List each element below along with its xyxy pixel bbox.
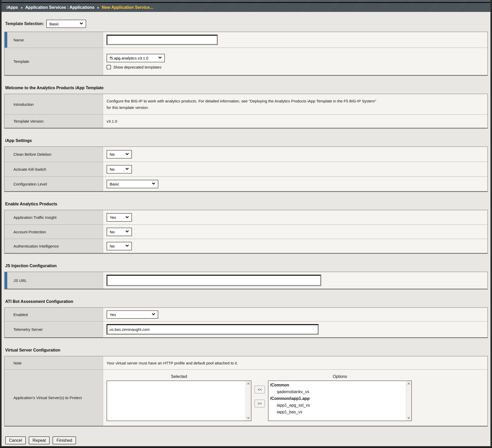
template-label-cell: Template: [5, 48, 103, 75]
template-selection-value: Basic: [49, 22, 59, 26]
scroll-up-icon[interactable]: [407, 382, 410, 384]
chevron-down-icon: [158, 55, 162, 59]
show-deprecated-row: Show deprecated templates: [107, 65, 484, 69]
finished-button[interactable]: Finished: [53, 436, 76, 444]
activate-kill-switch-select[interactable]: No: [107, 165, 132, 174]
introduction-value-cell: Configure the BIG-IP to work with analyt…: [103, 94, 487, 114]
selected-list-items: [107, 381, 245, 421]
authentication-intelligence-value-cell: No: [103, 239, 487, 253]
chevron-down-icon: [125, 152, 129, 155]
table-row-enabled: Enabled Yes: [5, 308, 487, 321]
application-traffic-insight-select[interactable]: Yes: [107, 213, 132, 222]
chevron-down-icon: [125, 215, 129, 218]
chevron-down-icon: [125, 243, 129, 247]
js-injection-heading: JS Injection Configuration: [5, 264, 489, 268]
account-protection-label: Account Protection: [13, 230, 46, 234]
selected-header: Selected: [107, 374, 251, 380]
footer-actions: Cancel Repeat Finished: [5, 436, 489, 448]
js-url-input[interactable]: [107, 275, 321, 286]
application-traffic-insight-value-cell: Yes: [103, 210, 487, 225]
page: iApps » Application Services : Applicati…: [0, 0, 492, 448]
breadcrumb-section[interactable]: Application Services : Applications: [25, 5, 94, 10]
list-item[interactable]: /Common/iapp1.app: [269, 395, 406, 402]
list-item[interactable]: qademobankv_vs: [269, 389, 406, 395]
clean-before-deletion-label-cell: Clean Before Deletion: [5, 147, 103, 162]
scroll-down-icon[interactable]: [407, 417, 410, 419]
ati-bot-table: Enabled Yes Telemetry Server: [4, 307, 488, 338]
clean-before-deletion-value-cell: No: [103, 147, 487, 162]
note-label: Note: [13, 361, 22, 365]
chevron-down-icon: [80, 21, 83, 25]
configuration-level-select[interactable]: Basic: [107, 180, 158, 188]
authentication-intelligence-value: No: [110, 244, 115, 248]
required-indicator-bar: [5, 272, 7, 289]
template-selection-row: Template Selection: Basic: [5, 20, 489, 28]
name-template-table: Name Template f5.apg.analytics.v3.1.0: [4, 32, 488, 76]
welcome-table: Introduction Configure the BIG-IP to wor…: [4, 94, 488, 129]
table-row-authentication-intelligence: Authentication Intelligence No: [5, 239, 487, 253]
options-header: Options: [268, 374, 412, 380]
template-version-label-cell: Template Version:: [5, 115, 103, 128]
scroll-down-icon[interactable]: [247, 417, 250, 419]
clean-before-deletion-select[interactable]: No: [107, 150, 132, 159]
selected-listbox[interactable]: [107, 380, 251, 421]
list-item[interactable]: iapp1_bas_vs: [269, 409, 406, 415]
move-to-options-button[interactable]: >>: [255, 400, 265, 407]
show-deprecated-checkbox[interactable]: [107, 65, 111, 69]
virtual-servers-label: Application's Virtual Server(s) to Prote…: [13, 395, 82, 400]
template-select-value: f5.apg.analytics.v3.1.0: [110, 56, 148, 60]
dual-listbox: Selected << >>: [107, 374, 484, 421]
template-value-cell: f5.apg.analytics.v3.1.0 Show deprecated …: [103, 48, 487, 75]
authentication-intelligence-label-cell: Authentication Intelligence: [5, 239, 103, 253]
iapp-settings-table: Clean Before Deletion No Activate Kill-S…: [4, 146, 488, 192]
virtual-servers-value-cell: Selected << >>: [103, 370, 487, 426]
name-label-cell: Name: [5, 32, 103, 48]
breadcrumb-separator-icon: »: [20, 5, 23, 10]
cancel-button[interactable]: Cancel: [5, 436, 26, 444]
show-deprecated-label: Show deprecated templates: [113, 65, 161, 69]
note-text: Your virtual server must have an HTTP pr…: [107, 360, 484, 366]
repeat-button[interactable]: Repeat: [29, 436, 50, 444]
telemetry-server-input[interactable]: [107, 324, 319, 335]
account-protection-select[interactable]: No: [107, 228, 132, 236]
authentication-intelligence-select[interactable]: No: [107, 242, 132, 250]
breadcrumb: iApps » Application Services : Applicati…: [2, 3, 490, 12]
breadcrumb-root[interactable]: iApps: [6, 5, 18, 10]
template-selection-select[interactable]: Basic: [46, 20, 86, 28]
telemetry-server-label-cell: Telemetry Server: [5, 322, 103, 337]
table-row-clean-before-deletion: Clean Before Deletion No: [5, 147, 487, 162]
authentication-intelligence-label: Authentication Intelligence: [13, 244, 59, 248]
table-row-configuration-level: Configuration Level Basic: [5, 176, 487, 191]
configuration-level-label-cell: Configuration Level: [5, 177, 103, 191]
template-label: Template: [13, 59, 29, 64]
name-input[interactable]: [107, 35, 218, 45]
welcome-heading: Welcome to the Analytics Products iApp T…: [5, 86, 489, 90]
options-list-items: /Common qademobankv_vs /Common/iapp1.app…: [269, 381, 406, 421]
js-url-label-cell: JS URL: [5, 272, 103, 289]
enabled-label-cell: Enabled: [5, 308, 103, 321]
template-version-label: Template Version:: [13, 119, 44, 123]
enabled-select[interactable]: Yes: [107, 310, 158, 319]
configuration-level-value: Basic: [110, 182, 119, 186]
iapp-settings-heading: iApp Settings: [5, 138, 489, 143]
note-value-cell: Your virtual server must have an HTTP pr…: [103, 356, 487, 369]
table-row-template: Template f5.apg.analytics.v3.1.0 Show de…: [5, 48, 487, 75]
table-row-telemetry-server: Telemetry Server: [5, 321, 487, 337]
account-protection-label-cell: Account Protection: [5, 225, 103, 239]
options-listbox[interactable]: /Common qademobankv_vs /Common/iapp1.app…: [268, 380, 412, 421]
clean-before-deletion-value: No: [110, 152, 115, 156]
list-item[interactable]: iapp1_apg_ssl_vs: [269, 402, 406, 409]
chevron-down-icon: [152, 181, 155, 185]
list-item[interactable]: /Common: [269, 382, 406, 389]
breadcrumb-separator-icon: »: [97, 5, 99, 10]
template-select[interactable]: f5.apg.analytics.v3.1.0: [107, 54, 165, 62]
scroll-up-icon[interactable]: [247, 382, 250, 384]
options-scrollbar[interactable]: [406, 381, 411, 421]
template-selection-label: Template Selection:: [5, 21, 44, 26]
move-to-selected-button[interactable]: <<: [255, 386, 265, 393]
js-url-label: JS URL: [13, 278, 27, 283]
enabled-value-cell: Yes: [103, 308, 487, 321]
selected-scrollbar[interactable]: [245, 381, 251, 421]
enable-analytics-table: Application Traffic Insight Yes Account …: [4, 210, 488, 254]
selected-column: Selected: [107, 374, 251, 421]
